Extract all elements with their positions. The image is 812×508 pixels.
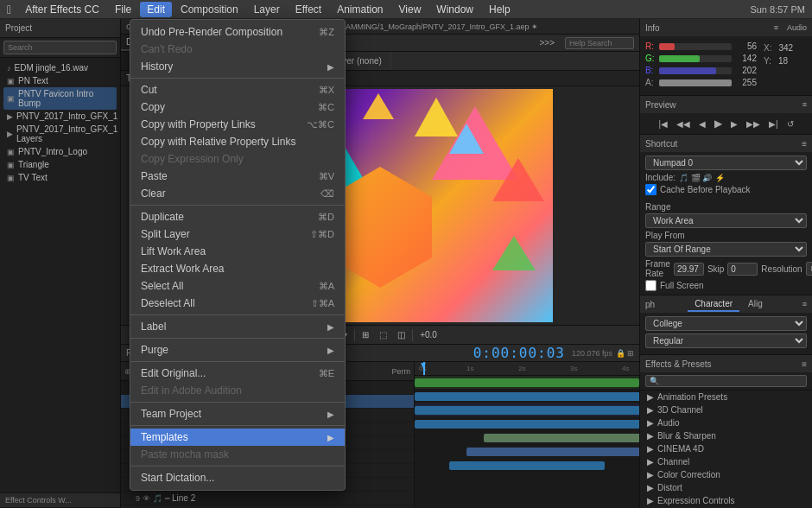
menu-copy-property-links[interactable]: Copy with Property Links ⌥⌘C bbox=[130, 116, 345, 133]
menu-view[interactable]: View bbox=[392, 2, 428, 17]
main-layout: Project ♪ EDM jingle_16.wav ▣ PN Text ▣ … bbox=[0, 19, 812, 508]
frame-rate-input[interactable] bbox=[674, 263, 704, 276]
effect-item[interactable]: ▶ Audio bbox=[640, 416, 812, 429]
menu-animation[interactable]: Animation bbox=[330, 2, 390, 17]
menu-deselect-all[interactable]: Deselect All ⇧⌘A bbox=[130, 295, 345, 312]
prev-fwd-frame[interactable]: ▶ bbox=[728, 118, 740, 130]
project-item[interactable]: ▣ Triangle bbox=[3, 158, 117, 171]
effect-item[interactable]: ▶ 3D Channel bbox=[640, 403, 812, 416]
timeline-expand-btn[interactable]: ⊞ bbox=[627, 349, 634, 358]
fps-display: 120.076 fps bbox=[572, 349, 612, 358]
menu-clear-shortcut: ⌫ bbox=[320, 188, 334, 200]
audio-tab-label[interactable]: Audio bbox=[787, 23, 807, 32]
menu-effect[interactable]: Effect bbox=[289, 2, 328, 17]
char-menu-icon[interactable]: ≡ bbox=[802, 300, 807, 308]
skip-input[interactable] bbox=[727, 263, 758, 276]
menu-purge[interactable]: Purge ▶ bbox=[130, 341, 345, 359]
menu-lift-work-area[interactable]: Lift Work Area bbox=[130, 243, 345, 260]
menu-file[interactable]: File bbox=[108, 2, 138, 17]
menu-extract-work-area[interactable]: Extract Work Area bbox=[130, 260, 345, 277]
menu-split-layer[interactable]: Split Layer ⇧⌘D bbox=[130, 225, 345, 243]
menu-edit-original[interactable]: Edit Original... ⌘E bbox=[130, 365, 345, 382]
numpad-dropdown[interactable]: Numpad 0 bbox=[645, 156, 807, 170]
prev-fwd-btn[interactable]: ▶▶ bbox=[744, 118, 763, 130]
preview-controls: |◀ ◀◀ ◀ ▶ ▶ ▶▶ ▶| ↺ bbox=[640, 113, 812, 134]
prev-loop-btn[interactable]: ↺ bbox=[784, 118, 796, 130]
menu-layer[interactable]: Layer bbox=[247, 2, 287, 17]
menu-help[interactable]: Help bbox=[482, 2, 517, 17]
tab-align[interactable]: Alig bbox=[741, 297, 770, 312]
preview-menu-icon[interactable]: ≡ bbox=[802, 100, 807, 109]
prev-play-btn[interactable]: ▶ bbox=[712, 117, 725, 130]
effect-item[interactable]: ▶ Channel bbox=[640, 455, 812, 468]
effect-item[interactable]: ▶ CINEMA 4D bbox=[640, 442, 812, 455]
prev-last-btn[interactable]: ▶| bbox=[766, 118, 781, 130]
project-item[interactable]: ▣ PNTV_Intro_Logo bbox=[3, 145, 117, 158]
character-header[interactable]: ph Character Alig ≡ bbox=[640, 295, 812, 313]
menu-templates[interactable]: Templates ▶ bbox=[130, 429, 345, 446]
help-search-input[interactable] bbox=[565, 37, 634, 49]
shortcut-menu-icon[interactable]: ≡ bbox=[802, 139, 807, 149]
menu-select-all[interactable]: Select All ⌘A bbox=[130, 277, 345, 295]
prev-back-frame[interactable]: ◀ bbox=[696, 118, 708, 130]
timeline-lock-btn[interactable]: 🔒 bbox=[616, 349, 625, 358]
range-dropdown[interactable]: Work Area bbox=[645, 213, 807, 228]
effect-item[interactable]: ▶ Blur & Sharpen bbox=[640, 429, 812, 442]
menu-undo[interactable]: Undo Pre-Render Composition ⌘Z bbox=[130, 23, 345, 41]
effect-item[interactable]: ▶ Distort bbox=[640, 481, 812, 494]
menu-split-shortcut: ⇧⌘D bbox=[310, 229, 334, 240]
menu-paste[interactable]: Paste ⌘V bbox=[130, 168, 345, 185]
play-from-dropdown[interactable]: Start Of Range bbox=[645, 242, 807, 257]
preview-panel-header[interactable]: Preview ≡ bbox=[640, 96, 812, 113]
menu-team-project[interactable]: Team Project ▶ bbox=[130, 405, 345, 422]
menu-label[interactable]: Label ▶ bbox=[130, 318, 345, 335]
prev-back-btn[interactable]: ◀◀ bbox=[674, 118, 693, 130]
info-panel-header[interactable]: Info ≡ Audio bbox=[640, 19, 812, 36]
menu-history[interactable]: History ▶ bbox=[130, 58, 345, 75]
menu-after-effects[interactable]: After Effects CC bbox=[18, 2, 106, 17]
menu-edit[interactable]: Edit bbox=[140, 2, 172, 17]
comp-tab-more[interactable]: >>> bbox=[534, 38, 560, 48]
layer-row[interactable]: 9 👁 🎵 ━ Line 2 bbox=[121, 492, 414, 505]
effect-item[interactable]: ▶ Expression Controls bbox=[640, 494, 812, 507]
resolution-dropdown[interactable]: Full bbox=[806, 262, 812, 276]
menu-copy-relative[interactable]: Copy with Relative Property Links bbox=[130, 133, 345, 150]
safe-margins-btn[interactable]: ⬚ bbox=[376, 329, 390, 340]
layer-audio[interactable]: 🎵 bbox=[153, 494, 162, 503]
menu-start-dictation[interactable]: Start Dictation... bbox=[130, 469, 345, 486]
cache-checkbox[interactable] bbox=[645, 184, 657, 195]
effects-panel-header[interactable]: Effects & Presets ≡ bbox=[640, 355, 812, 372]
menu-extract-label: Extract Work Area bbox=[141, 263, 334, 275]
menu-composition[interactable]: Composition bbox=[174, 2, 245, 17]
info-menu-icon[interactable]: ≡ bbox=[774, 23, 778, 32]
exposure-btn[interactable]: +0.0 bbox=[416, 329, 441, 340]
layer-eye[interactable]: 👁 bbox=[143, 494, 150, 503]
effects-menu-icon[interactable]: ≡ bbox=[802, 359, 807, 369]
full-screen-checkbox[interactable] bbox=[645, 280, 657, 291]
project-item[interactable]: ▶ PNTV_2017_Intro_GFX_1 bbox=[3, 110, 117, 123]
tab-character[interactable]: Character bbox=[688, 297, 739, 312]
menu-copy[interactable]: Copy ⌘C bbox=[130, 98, 345, 116]
effect-item[interactable]: ▶ Color Correction bbox=[640, 468, 812, 481]
project-item[interactable]: ▶ PNTV_2017_Intro_GFX_1 Layers bbox=[3, 123, 117, 145]
menu-duplicate[interactable]: Duplicate ⌘D bbox=[130, 208, 345, 225]
font-select[interactable]: College bbox=[645, 316, 807, 331]
time-code[interactable]: 0:00:00:03 bbox=[473, 345, 565, 361]
project-item-selected[interactable]: ▣ PNTV Favicon Intro Bump bbox=[3, 87, 117, 110]
style-select[interactable]: Regular bbox=[645, 333, 807, 348]
menu-clear[interactable]: Clear ⌫ bbox=[130, 185, 345, 202]
effect-item[interactable]: ▶ Animation Presets bbox=[640, 391, 812, 403]
project-item[interactable]: ▣ PN Text bbox=[3, 74, 117, 87]
grid-btn[interactable]: ⊞ bbox=[358, 329, 372, 340]
prev-first-btn[interactable]: |◀ bbox=[656, 118, 670, 130]
project-item[interactable]: ▣ TV Text bbox=[3, 171, 117, 184]
menu-copy-shortcut: ⌘C bbox=[318, 102, 334, 113]
menu-cut[interactable]: Cut ⌘X bbox=[130, 81, 345, 98]
playhead[interactable] bbox=[423, 362, 425, 375]
menu-window[interactable]: Window bbox=[429, 2, 480, 17]
transparency-btn[interactable]: ◫ bbox=[394, 329, 409, 340]
project-search-input[interactable] bbox=[3, 41, 117, 54]
project-item[interactable]: ♪ EDM jingle_16.wav bbox=[3, 61, 117, 74]
effects-search-input[interactable] bbox=[645, 375, 807, 387]
shortcut-header[interactable]: Shortcut ≡ bbox=[640, 135, 812, 152]
